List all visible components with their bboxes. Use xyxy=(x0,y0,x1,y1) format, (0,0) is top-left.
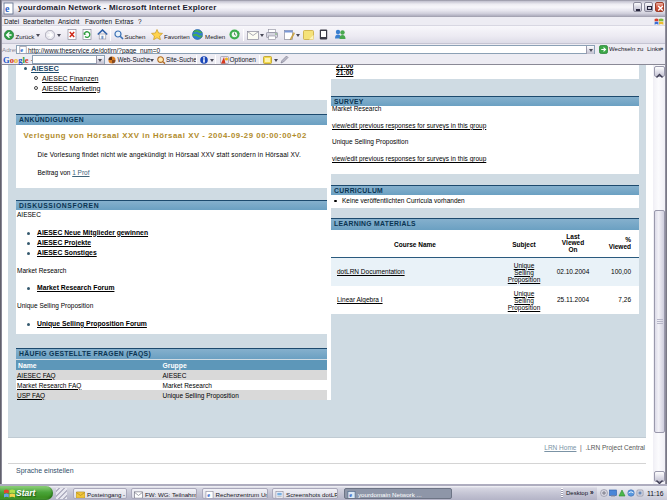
svg-text:e: e xyxy=(207,491,210,498)
svg-text:e: e xyxy=(349,491,352,498)
svg-text:e: e xyxy=(5,3,10,14)
svg-text:e: e xyxy=(20,46,23,53)
